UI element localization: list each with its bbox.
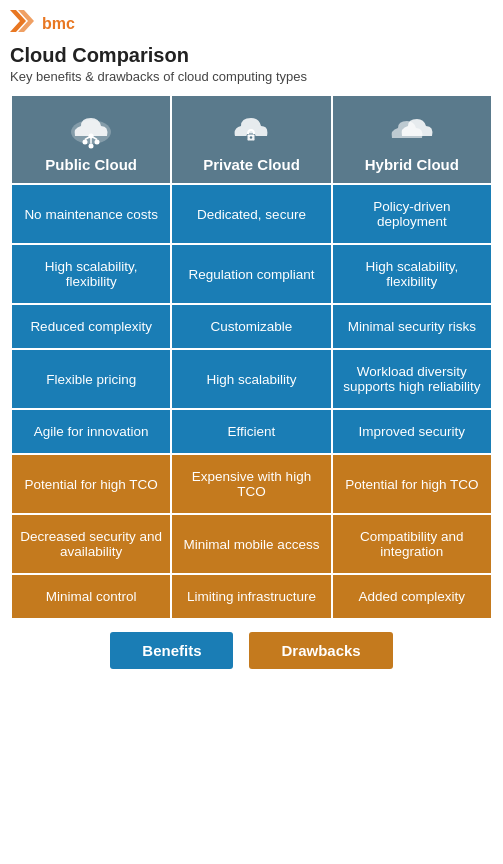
comparison-table: Public Cloud Private [10, 94, 493, 620]
cell-r4-c0: Agile for innovation [11, 409, 171, 454]
cell-r7-c1: Limiting infrastructure [171, 574, 331, 619]
hybrid-cloud-icon-area [339, 108, 485, 150]
cell-r6-c2: Compatibility and integration [332, 514, 492, 574]
cell-r6-c1: Minimal mobile access [171, 514, 331, 574]
private-cloud-icon-area [178, 108, 324, 150]
cell-r4-c2: Improved security [332, 409, 492, 454]
header-hybrid-cloud-label: Hybrid Cloud [365, 156, 459, 173]
drawbacks-button[interactable]: Drawbacks [249, 632, 392, 669]
cell-r0-c1: Dedicated, secure [171, 184, 331, 244]
header-hybrid-cloud: Hybrid Cloud [332, 95, 492, 184]
logo-text: bmc [42, 15, 75, 33]
cell-r2-c0: Reduced complexity [11, 304, 171, 349]
logo-icon [10, 10, 38, 38]
cell-r2-c1: Customizable [171, 304, 331, 349]
legend: Benefits Drawbacks [10, 632, 493, 669]
cell-r4-c1: Efficient [171, 409, 331, 454]
logo: bmc [10, 10, 493, 38]
cell-r3-c0: Flexible pricing [11, 349, 171, 409]
cell-r5-c2: Potential for high TCO [332, 454, 492, 514]
svg-point-5 [95, 140, 100, 145]
header-private-cloud: Private Cloud [171, 95, 331, 184]
cell-r7-c0: Minimal control [11, 574, 171, 619]
cell-r0-c2: Policy-driven deployment [332, 184, 492, 244]
cell-r1-c1: Regulation compliant [171, 244, 331, 304]
page-subtitle: Key benefits & drawbacks of cloud comput… [10, 69, 493, 84]
svg-point-4 [89, 144, 94, 149]
cell-r0-c0: No maintenance costs [11, 184, 171, 244]
svg-point-12 [250, 136, 252, 138]
cell-r7-c2: Added complexity [332, 574, 492, 619]
cell-r5-c0: Potential for high TCO [11, 454, 171, 514]
cell-r5-c1: Expensive with high TCO [171, 454, 331, 514]
cell-r6-c0: Decreased security and availability [11, 514, 171, 574]
public-cloud-icon-area [18, 108, 164, 150]
header-public-cloud-label: Public Cloud [45, 156, 137, 173]
cell-r1-c2: High scalability, flexibility [332, 244, 492, 304]
svg-point-3 [83, 140, 88, 145]
cell-r1-c0: High scalability, flexibility [11, 244, 171, 304]
cell-r2-c2: Minimal security risks [332, 304, 492, 349]
cell-r3-c1: High scalability [171, 349, 331, 409]
header-private-cloud-label: Private Cloud [203, 156, 300, 173]
svg-point-9 [89, 134, 94, 139]
benefits-button[interactable]: Benefits [110, 632, 233, 669]
page-title: Cloud Comparison [10, 44, 493, 67]
header-public-cloud: Public Cloud [11, 95, 171, 184]
cell-r3-c2: Workload diversity supports high reliabi… [332, 349, 492, 409]
page: bmc Cloud Comparison Key benefits & draw… [0, 0, 503, 679]
